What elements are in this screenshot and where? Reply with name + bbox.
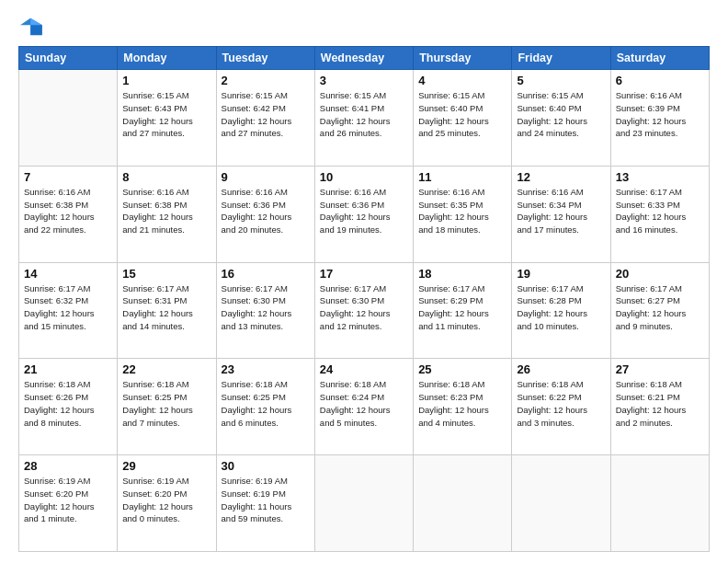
day-number: 30 [222,459,310,473]
calendar-week-row: 28Sunrise: 6:19 AM Sunset: 6:20 PM Dayli… [19,455,710,552]
day-number: 17 [320,267,408,281]
cell-info: Sunrise: 6:16 AM Sunset: 6:38 PM Dayligh… [122,186,210,236]
calendar-cell: 7Sunrise: 6:16 AM Sunset: 6:38 PM Daylig… [19,166,118,262]
calendar-cell: 15Sunrise: 6:17 AM Sunset: 6:31 PM Dayli… [118,262,216,359]
cell-info: Sunrise: 6:18 AM Sunset: 6:26 PM Dayligh… [24,378,112,429]
calendar-cell: 9Sunrise: 6:16 AM Sunset: 6:36 PM Daylig… [216,166,314,262]
calendar-week-row: 14Sunrise: 6:17 AM Sunset: 6:32 PM Dayli… [19,262,710,359]
cell-info: Sunrise: 6:19 AM Sunset: 6:20 PM Dayligh… [24,475,112,525]
cell-info: Sunrise: 6:16 AM Sunset: 6:38 PM Dayligh… [24,186,112,236]
day-number: 11 [418,170,506,184]
day-number: 12 [517,170,605,184]
calendar-cell [610,455,709,552]
weekday-header: Tuesday [216,47,314,70]
weekday-header: Thursday [414,47,512,70]
calendar-cell: 1Sunrise: 6:15 AM Sunset: 6:43 PM Daylig… [118,70,216,167]
calendar-cell: 4Sunrise: 6:15 AM Sunset: 6:40 PM Daylig… [414,70,512,167]
calendar-cell [414,455,512,552]
cell-info: Sunrise: 6:16 AM Sunset: 6:34 PM Dayligh… [517,186,605,236]
day-number: 16 [222,267,310,281]
cell-info: Sunrise: 6:18 AM Sunset: 6:25 PM Dayligh… [122,378,210,429]
day-number: 29 [122,459,210,473]
header [18,17,710,37]
calendar-cell: 11Sunrise: 6:16 AM Sunset: 6:35 PM Dayli… [414,166,512,262]
calendar-week-row: 21Sunrise: 6:18 AM Sunset: 6:26 PM Dayli… [19,359,710,455]
cell-info: Sunrise: 6:16 AM Sunset: 6:36 PM Dayligh… [222,186,310,236]
cell-info: Sunrise: 6:18 AM Sunset: 6:24 PM Dayligh… [320,378,408,429]
calendar-cell: 27Sunrise: 6:18 AM Sunset: 6:21 PM Dayli… [610,359,709,455]
day-number: 20 [616,267,704,281]
calendar-cell: 24Sunrise: 6:18 AM Sunset: 6:24 PM Dayli… [314,359,413,455]
calendar-cell: 19Sunrise: 6:17 AM Sunset: 6:28 PM Dayli… [512,262,610,359]
calendar-cell: 29Sunrise: 6:19 AM Sunset: 6:20 PM Dayli… [118,455,216,552]
weekday-header: Monday [118,47,216,70]
calendar-cell: 26Sunrise: 6:18 AM Sunset: 6:22 PM Dayli… [512,359,610,455]
day-number: 19 [517,267,605,281]
day-number: 15 [122,267,210,281]
calendar-cell: 20Sunrise: 6:17 AM Sunset: 6:27 PM Dayli… [610,262,709,359]
day-number: 22 [122,362,210,376]
page: SundayMondayTuesdayWednesdayThursdayFrid… [0,0,728,563]
day-number: 21 [24,362,112,376]
day-number: 1 [122,74,210,87]
day-number: 25 [418,362,506,376]
day-number: 9 [222,170,310,184]
weekday-header: Saturday [610,47,709,70]
cell-info: Sunrise: 6:17 AM Sunset: 6:32 PM Dayligh… [24,282,112,333]
day-number: 5 [517,74,605,87]
calendar-cell: 8Sunrise: 6:16 AM Sunset: 6:38 PM Daylig… [118,166,216,262]
weekday-header-row: SundayMondayTuesdayWednesdayThursdayFrid… [19,47,710,70]
weekday-header: Friday [512,47,610,70]
calendar-cell: 17Sunrise: 6:17 AM Sunset: 6:30 PM Dayli… [314,262,413,359]
day-number: 2 [222,74,310,87]
day-number: 4 [418,74,506,87]
cell-info: Sunrise: 6:19 AM Sunset: 6:20 PM Dayligh… [122,475,210,525]
calendar-cell: 16Sunrise: 6:17 AM Sunset: 6:30 PM Dayli… [216,262,314,359]
day-number: 13 [616,170,704,184]
cell-info: Sunrise: 6:15 AM Sunset: 6:42 PM Dayligh… [222,89,310,140]
calendar-cell: 6Sunrise: 6:16 AM Sunset: 6:39 PM Daylig… [610,70,709,167]
calendar-cell [19,70,118,167]
calendar-cell: 5Sunrise: 6:15 AM Sunset: 6:40 PM Daylig… [512,70,610,167]
cell-info: Sunrise: 6:16 AM Sunset: 6:39 PM Dayligh… [616,89,704,140]
calendar-cell: 14Sunrise: 6:17 AM Sunset: 6:32 PM Dayli… [19,262,118,359]
day-number: 28 [24,459,112,473]
cell-info: Sunrise: 6:16 AM Sunset: 6:36 PM Dayligh… [320,186,408,236]
calendar-table: SundayMondayTuesdayWednesdayThursdayFrid… [18,46,710,552]
weekday-header: Sunday [19,47,118,70]
cell-info: Sunrise: 6:17 AM Sunset: 6:31 PM Dayligh… [122,282,210,333]
cell-info: Sunrise: 6:17 AM Sunset: 6:29 PM Dayligh… [418,282,506,333]
weekday-header: Wednesday [314,47,413,70]
day-number: 8 [122,170,210,184]
calendar-cell: 13Sunrise: 6:17 AM Sunset: 6:33 PM Dayli… [610,166,709,262]
calendar-week-row: 7Sunrise: 6:16 AM Sunset: 6:38 PM Daylig… [19,166,710,262]
day-number: 27 [616,362,704,376]
day-number: 10 [320,170,408,184]
calendar-week-row: 1Sunrise: 6:15 AM Sunset: 6:43 PM Daylig… [19,70,710,167]
cell-info: Sunrise: 6:15 AM Sunset: 6:43 PM Dayligh… [122,89,210,140]
calendar-cell: 12Sunrise: 6:16 AM Sunset: 6:34 PM Dayli… [512,166,610,262]
calendar-cell: 22Sunrise: 6:18 AM Sunset: 6:25 PM Dayli… [118,359,216,455]
day-number: 7 [24,170,112,184]
calendar-cell: 30Sunrise: 6:19 AM Sunset: 6:19 PM Dayli… [216,455,314,552]
cell-info: Sunrise: 6:18 AM Sunset: 6:25 PM Dayligh… [222,378,310,429]
logo-icon [18,17,44,37]
day-number: 14 [24,267,112,281]
calendar-cell [314,455,413,552]
cell-info: Sunrise: 6:17 AM Sunset: 6:30 PM Dayligh… [320,282,408,333]
cell-info: Sunrise: 6:15 AM Sunset: 6:41 PM Dayligh… [320,89,408,140]
logo [18,17,48,37]
calendar-cell: 2Sunrise: 6:15 AM Sunset: 6:42 PM Daylig… [216,70,314,167]
cell-info: Sunrise: 6:18 AM Sunset: 6:21 PM Dayligh… [616,378,704,429]
calendar-cell: 18Sunrise: 6:17 AM Sunset: 6:29 PM Dayli… [414,262,512,359]
calendar-cell: 25Sunrise: 6:18 AM Sunset: 6:23 PM Dayli… [414,359,512,455]
day-number: 23 [222,362,310,376]
day-number: 3 [320,74,408,87]
cell-info: Sunrise: 6:16 AM Sunset: 6:35 PM Dayligh… [418,186,506,236]
cell-info: Sunrise: 6:18 AM Sunset: 6:22 PM Dayligh… [517,378,605,429]
calendar-cell: 3Sunrise: 6:15 AM Sunset: 6:41 PM Daylig… [314,70,413,167]
cell-info: Sunrise: 6:18 AM Sunset: 6:23 PM Dayligh… [418,378,506,429]
calendar-cell: 23Sunrise: 6:18 AM Sunset: 6:25 PM Dayli… [216,359,314,455]
calendar-cell [512,455,610,552]
cell-info: Sunrise: 6:19 AM Sunset: 6:19 PM Dayligh… [222,475,310,525]
